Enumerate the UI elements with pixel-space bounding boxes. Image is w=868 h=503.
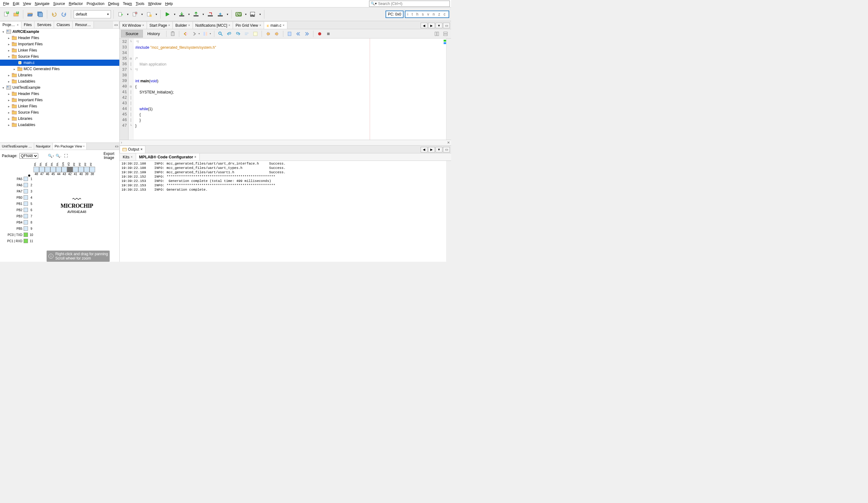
tree-row-loadables[interactable]: ▸Loadables [0,122,119,128]
redo-button[interactable] [60,10,68,19]
log-button[interactable]: LOG [249,10,257,19]
tree-row-unittestexample[interactable]: ▾UnitTestExample [0,84,119,91]
new-file-button[interactable]: + [2,10,11,19]
clean-build-button[interactable] [131,10,139,19]
left-tab-classes[interactable]: Classes [54,21,73,28]
find-next-icon[interactable] [234,30,242,38]
find-selection-icon[interactable] [243,30,250,38]
zoom-out-icon[interactable]: 🔍- [55,153,61,159]
tree-row-source-files[interactable]: ▸Source Files [0,109,119,115]
close-icon[interactable]: × [17,23,19,27]
download-dropdown[interactable]: ▾ [187,10,190,19]
close-icon[interactable]: × [195,155,196,159]
pin-box-38[interactable] [90,167,95,172]
bl-tab-0[interactable]: UnitTestExample … [0,143,34,150]
pin-box-11[interactable] [24,239,28,243]
run-button[interactable] [163,10,172,19]
output-scrollbar[interactable] [446,161,451,262]
nav-back-icon[interactable] [182,30,189,38]
config-combo[interactable]: default▾ [74,10,111,18]
close-icon[interactable]: × [168,24,170,27]
pin-box-5[interactable] [24,201,28,206]
history-tab[interactable]: History [143,30,164,37]
status-flags[interactable]: i t h s v n z c [405,11,449,18]
menu-help[interactable]: Help [163,1,175,7]
source-tab[interactable]: Source [121,30,143,38]
editor-scrollbar[interactable] [446,39,451,140]
menu-window[interactable]: Window [146,1,163,7]
close-icon[interactable]: × [142,24,144,27]
zoom-in-icon[interactable]: 🔍+ [48,153,54,159]
dv-dropdown[interactable]: ▾ [244,10,247,19]
close-icon[interactable]: × [283,24,285,27]
menu-navigate[interactable]: Navigate [33,1,51,7]
upload-dropdown[interactable]: ▾ [202,10,205,19]
build-for-debug-dropdown[interactable]: ▾ [155,10,158,19]
bl-tab-2[interactable]: Pin Package View× [53,143,87,150]
editor-nav-2[interactable]: ▼ [436,23,442,28]
tree-row-avrciexample[interactable]: ▾AVRCIExample [0,29,119,35]
run-dropdown[interactable]: ▾ [173,10,176,19]
menu-production[interactable]: Production [85,1,106,7]
code-body[interactable]: */#include "mcc_generated_files/system/s… [134,39,443,140]
close-icon[interactable]: × [259,24,261,27]
toggle-bookmark-icon[interactable] [286,30,293,38]
pin-box-7[interactable] [24,214,28,218]
find-icon[interactable] [217,30,224,38]
pin-box-40[interactable] [78,167,84,172]
save-all-button[interactable] [36,10,44,19]
program-dropdown[interactable]: ▾ [226,10,229,19]
menu-tools[interactable]: Tools [134,1,146,7]
tree-row-libraries[interactable]: ▸Libraries [0,115,119,122]
find-prev-icon[interactable] [226,30,233,38]
pin-box-44[interactable] [56,167,62,172]
pin-box-8[interactable] [24,220,28,224]
program-device-button[interactable] [216,10,225,19]
pin-box-48[interactable] [33,167,39,172]
output-tab[interactable]: Output× [120,146,145,153]
pin-box-41[interactable] [73,167,78,172]
pin-box-43[interactable] [62,167,67,172]
tree-row-header-files[interactable]: ▸Header Files [0,91,119,97]
log-dropdown[interactable]: ▾ [258,10,261,19]
close-breadcrumb[interactable]: ✕ [447,141,450,145]
code-editor[interactable]: 32333435363738394041424344454647 └ ⊟│└ ⊟… [120,39,451,140]
close-icon[interactable]: × [188,24,190,27]
pin-box-3[interactable] [24,189,28,193]
out-maximize[interactable]: ▭ [443,147,450,153]
hold-in-reset-button[interactable] [206,10,215,19]
build-button[interactable] [116,10,125,19]
left-tab-services[interactable]: Services [34,21,54,28]
nav-fwd-icon[interactable] [190,30,198,38]
pin-box-6[interactable] [24,208,28,212]
bl-tab-1[interactable]: Navigator [34,143,53,150]
out-nav-next[interactable]: ▶ [428,147,435,153]
undo-button[interactable] [50,10,59,19]
left-tab-proje[interactable]: Proje…× [0,22,21,29]
split-v-icon[interactable] [433,30,441,38]
macro-record-icon[interactable] [316,30,323,38]
breadcrumb-chevron-icon[interactable]: › [121,140,122,145]
pin-box-1[interactable] [24,177,28,181]
menu-view[interactable]: View [21,1,33,7]
shift-left-icon[interactable] [294,30,302,38]
tree-row-linker-files[interactable]: ▸Linker Files [0,103,119,109]
toggle-highlight-icon[interactable] [252,30,259,38]
upload-button[interactable] [192,10,200,19]
close-icon[interactable]: × [141,147,143,151]
left-tab-files[interactable]: Files [21,21,34,28]
export-image-button[interactable]: ExportImage [103,152,117,160]
tree-row-important-files[interactable]: ▸Important Files [0,41,119,47]
tree-row-header-files[interactable]: ▸Header Files [0,35,119,41]
editor-nav-1[interactable]: ▶ [428,23,435,28]
tree-row-loadables[interactable]: ▸Loadables [0,78,119,84]
close-icon[interactable]: × [131,155,133,159]
clipboard-icon[interactable] [169,30,176,38]
package-select[interactable]: QFN48 [19,153,38,159]
split-h-icon[interactable] [442,30,449,38]
pin-box-4[interactable] [24,195,28,200]
shift-right-icon[interactable] [303,30,311,38]
editor-nav-3[interactable]: ▭ [443,23,450,28]
out-subtab-mplabcodeconfigurator[interactable]: MPLAB® Code Configurator× [136,154,200,160]
pin-box-39[interactable] [84,167,90,172]
